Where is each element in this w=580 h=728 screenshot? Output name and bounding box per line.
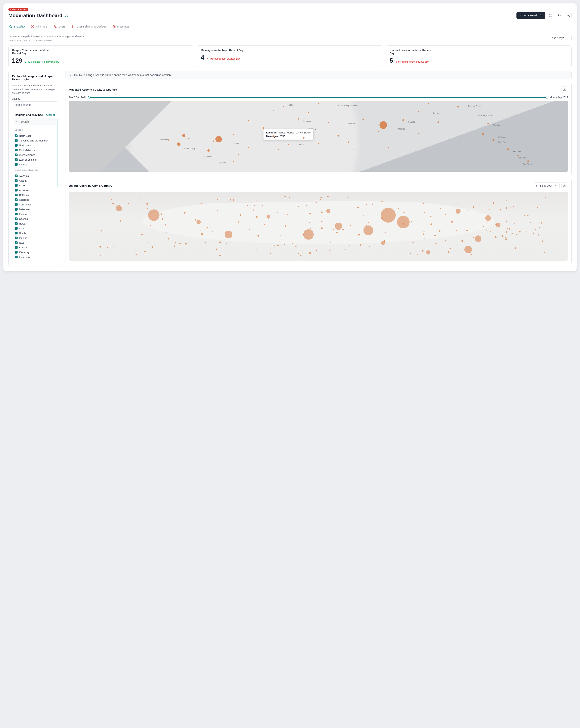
map-bubble[interactable]	[219, 241, 221, 243]
map-bubble[interactable]	[455, 209, 461, 214]
map-bubble[interactable]	[483, 226, 484, 227]
map-bubble[interactable]	[426, 250, 431, 255]
map-bubble[interactable]	[264, 224, 265, 225]
map-bubble[interactable]	[411, 221, 412, 222]
map-bubble[interactable]	[506, 200, 507, 201]
map-bubble[interactable]	[101, 230, 102, 232]
map-bubble[interactable]	[385, 232, 386, 233]
map-bubble[interactable]	[125, 249, 126, 250]
map-bubble[interactable]	[353, 149, 354, 150]
map-bubble[interactable]	[196, 220, 201, 224]
map-bubble[interactable]	[457, 106, 459, 107]
map-bubble[interactable]	[537, 207, 538, 208]
map-bubble[interactable]	[424, 212, 425, 213]
map-bubble[interactable]	[470, 200, 470, 201]
map-bubble[interactable]	[513, 206, 514, 207]
map-bubble[interactable]	[417, 254, 418, 255]
map-bubble[interactable]	[270, 253, 271, 254]
map-bubble[interactable]	[146, 203, 148, 205]
map-bubble[interactable]	[100, 246, 101, 248]
map-bubble[interactable]	[545, 197, 546, 198]
map-bubble[interactable]	[298, 118, 299, 120]
map-bubble[interactable]	[451, 221, 453, 223]
map-bubble[interactable]	[333, 229, 334, 230]
map-bubble[interactable]	[376, 210, 377, 211]
scrollbar[interactable]	[57, 119, 58, 261]
map-bubble[interactable]	[448, 251, 449, 253]
map-bubble[interactable]	[409, 202, 410, 202]
map-bubble[interactable]	[486, 230, 487, 231]
map-bubble[interactable]	[467, 210, 468, 211]
map-bubble[interactable]	[362, 236, 363, 236]
map-bubble[interactable]	[185, 243, 187, 244]
map-bubble[interactable]	[461, 240, 463, 241]
map-bubble[interactable]	[482, 133, 484, 135]
map-bubble[interactable]	[506, 207, 507, 209]
map-bubble[interactable]	[183, 235, 183, 235]
map-bubble[interactable]	[515, 248, 516, 249]
region-checkbox[interactable]: ✓Idaho	[15, 226, 55, 231]
map-bubble[interactable]	[284, 196, 285, 197]
analyze-ai-button[interactable]: Analyze with AI	[517, 12, 545, 19]
map-bubble[interactable]	[516, 219, 517, 219]
map-bubble[interactable]	[318, 103, 319, 104]
map-bubble[interactable]	[284, 244, 285, 245]
map-bubble[interactable]	[431, 224, 432, 225]
map-bubble[interactable]	[422, 234, 424, 235]
map-bubble[interactable]	[233, 199, 234, 201]
map-bubble[interactable]	[337, 135, 339, 136]
map-bubble[interactable]	[507, 148, 509, 150]
map-bubble[interactable]	[378, 131, 379, 132]
region-checkbox[interactable]: ✓East Midlands	[15, 148, 55, 153]
map-bubble[interactable]	[492, 139, 494, 141]
region-checkbox[interactable]: ✓North West	[15, 143, 55, 148]
map-bubble[interactable]	[132, 242, 133, 243]
map-bubble[interactable]	[315, 202, 317, 203]
map-bubble[interactable]	[139, 197, 140, 198]
map-bubble[interactable]	[506, 231, 507, 233]
map-bubble[interactable]	[292, 243, 293, 244]
region-checkbox[interactable]: ✓Louisiana	[15, 255, 55, 259]
region-checkbox[interactable]: ✓Arkansas	[15, 188, 55, 193]
map-bubble[interactable]	[116, 205, 122, 211]
download-button[interactable]	[565, 12, 572, 19]
map-bubble[interactable]	[217, 210, 218, 211]
map-bubble[interactable]	[422, 203, 424, 204]
map-bubble[interactable]	[533, 233, 534, 234]
map-bubble[interactable]	[152, 246, 153, 248]
map-bubble[interactable]	[360, 244, 361, 246]
map-bubble[interactable]	[308, 112, 309, 113]
map2-date-selector[interactable]: Fri 6 Sep 2024	[534, 182, 559, 189]
map-bubble[interactable]	[527, 160, 529, 162]
map-bubble[interactable]	[471, 254, 472, 255]
map-bubble[interactable]	[208, 149, 210, 152]
map-bubble[interactable]	[454, 197, 455, 198]
map-bubble[interactable]	[519, 231, 521, 232]
map-bubble[interactable]	[512, 233, 513, 234]
map-bubble[interactable]	[340, 246, 340, 247]
map-bubble[interactable]	[215, 136, 222, 142]
map-bubble[interactable]	[381, 218, 383, 219]
map-bubble[interactable]	[253, 209, 254, 211]
map-bubble[interactable]	[256, 249, 257, 250]
map-bubble[interactable]	[213, 140, 215, 142]
map-bubble[interactable]	[423, 231, 424, 232]
map-bubble[interactable]	[300, 255, 301, 257]
region-checkbox[interactable]: ✓Connecticut	[15, 202, 55, 207]
clear-all-link[interactable]: Clear all	[46, 113, 55, 116]
map-bubble[interactable]	[248, 147, 249, 148]
map-bubble[interactable]	[277, 212, 278, 213]
map-bubble[interactable]	[363, 200, 364, 201]
map-bubble[interactable]	[475, 235, 481, 242]
map-bubble[interactable]	[233, 134, 234, 135]
region-checkbox[interactable]: ✓Colorado	[15, 198, 55, 202]
map-bubble[interactable]	[262, 205, 263, 206]
map-bubble[interactable]	[416, 223, 416, 224]
map-bubble[interactable]	[310, 228, 311, 229]
map-bubble[interactable]	[318, 143, 319, 144]
map-bubble[interactable]	[428, 103, 429, 104]
map-bubble[interactable]	[321, 227, 323, 229]
map-bubble[interactable]	[418, 111, 419, 112]
region-checkbox[interactable]: ✓London	[15, 162, 55, 167]
map-bubble[interactable]	[349, 245, 350, 246]
